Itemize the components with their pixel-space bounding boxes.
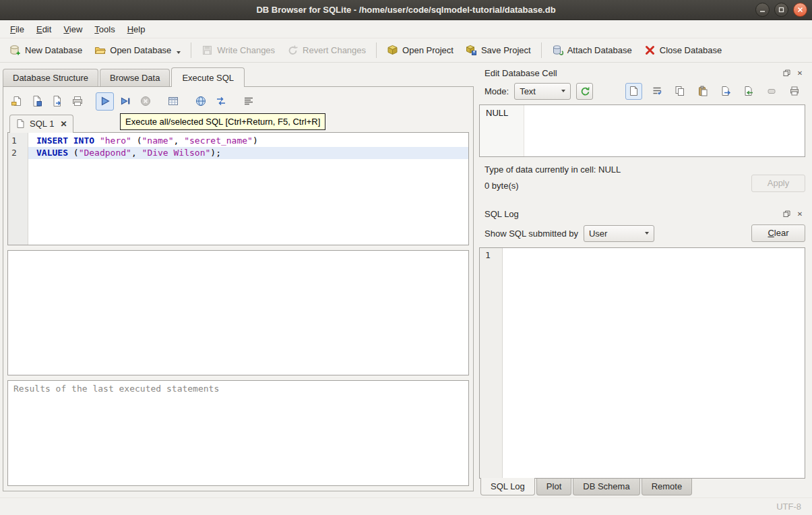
copy-icon <box>675 86 685 96</box>
close-button[interactable] <box>793 3 807 17</box>
code-line-1: INSERT INTO "hero" ("name", "secret_name… <box>28 135 468 147</box>
close-tab-icon[interactable]: ✕ <box>60 119 67 129</box>
line-number: 2 <box>8 147 28 159</box>
mode-label: Mode: <box>485 86 509 96</box>
copy-button[interactable] <box>671 83 688 100</box>
log-filter-row: Show SQL submitted by User Clear <box>479 222 805 244</box>
save-project-icon <box>466 44 477 56</box>
results-message: Results of the last executed statements <box>7 380 469 486</box>
code-line-2-current: VALUES ("Deadpond", "Dive Wilson"); <box>28 147 468 159</box>
chevron-down-icon <box>645 232 649 235</box>
execute-current-line-button[interactable] <box>116 92 134 111</box>
save-sql-file-as-button[interactable] <box>48 92 66 111</box>
align-lines-icon <box>243 95 255 107</box>
toolbar-separator <box>191 42 191 58</box>
dock-tab-plot[interactable]: Plot <box>536 479 571 495</box>
close-database-icon <box>644 44 656 56</box>
cell-toolbar <box>625 83 805 100</box>
swap-arrows-icon <box>215 95 227 107</box>
print-sql-button[interactable] <box>68 92 86 111</box>
cell-editor-area <box>524 105 805 156</box>
dock-tab-remote[interactable]: Remote <box>642 479 693 495</box>
print-icon <box>789 86 800 96</box>
open-project-button[interactable]: Open Project <box>381 40 460 60</box>
set-null-button[interactable] <box>763 83 780 100</box>
save-sql-file-button[interactable] <box>28 92 46 111</box>
right-panel: Edit Database Cell ✕ Mode: Text <box>476 63 812 497</box>
sql-log-view: 1 <box>479 247 805 479</box>
sql-log-header: SQL Log ✕ <box>479 204 805 221</box>
menu-view[interactable]: View <box>57 22 88 37</box>
clear-button[interactable]: Clear <box>751 224 805 242</box>
open-project-icon <box>387 44 398 56</box>
menu-edit[interactable]: Edit <box>30 22 57 37</box>
submitter-select[interactable]: User <box>584 225 654 242</box>
attach-database-button[interactable]: Attach Database <box>546 40 638 60</box>
attach-database-icon <box>552 44 563 56</box>
export-data-button[interactable] <box>717 83 734 100</box>
write-changes-icon <box>201 44 213 56</box>
paste-icon <box>697 86 708 96</box>
new-database-button[interactable]: New Database <box>3 40 88 60</box>
float-panel-icon[interactable] <box>782 210 790 218</box>
mode-value: Text <box>520 86 536 96</box>
minimize-button[interactable] <box>755 3 770 17</box>
browse-button[interactable] <box>191 92 210 111</box>
maximize-button[interactable] <box>774 3 788 17</box>
stop-execution-button[interactable] <box>136 92 154 111</box>
sql-editor[interactable]: 1 2 INSERT INTO "hero" ("name", "secret_… <box>7 132 469 245</box>
new-database-icon <box>9 44 21 56</box>
main-tab-bar: Database Structure Browse Data Execute S… <box>0 63 476 86</box>
float-panel-icon[interactable] <box>782 69 790 78</box>
edit-cell-title: Edit Database Cell <box>485 68 782 78</box>
menu-help[interactable]: Help <box>121 22 152 37</box>
find-replace-button[interactable] <box>212 92 230 111</box>
open-sql-file-button[interactable] <box>7 92 26 111</box>
tab-browse-data[interactable]: Browse Data <box>100 69 170 86</box>
main-toolbar: New Database Open Database Write Changes… <box>0 38 812 63</box>
export-icon <box>720 86 731 96</box>
mode-select[interactable]: Text <box>514 83 571 100</box>
tab-database-structure[interactable]: Database Structure <box>3 69 98 86</box>
format-sql-button[interactable] <box>239 92 257 111</box>
close-database-button[interactable]: Close Database <box>638 40 728 60</box>
revert-changes-icon <box>287 44 299 56</box>
execute-sql-button[interactable] <box>96 92 114 111</box>
encoding-label: UTF-8 <box>776 502 801 512</box>
dock-tab-db-schema[interactable]: DB Schema <box>573 479 639 495</box>
apply-button[interactable]: Apply <box>751 175 805 192</box>
sql-tab-label: SQL 1 <box>30 119 54 129</box>
print-icon <box>71 95 84 107</box>
sql-editor-tab[interactable]: SQL 1 ✕ <box>9 115 73 133</box>
maximize-icon <box>778 7 784 13</box>
menu-file[interactable]: File <box>4 22 30 37</box>
text-mode-button[interactable] <box>625 83 642 100</box>
menu-tools[interactable]: Tools <box>88 22 121 37</box>
open-database-dropdown-icon[interactable] <box>177 51 181 54</box>
log-content <box>503 248 805 478</box>
cell-mode-row: Mode: Text <box>479 80 805 102</box>
close-panel-icon[interactable]: ✕ <box>796 69 804 78</box>
auto-switch-mode-button[interactable] <box>576 83 593 100</box>
close-panel-icon[interactable]: ✕ <box>796 210 804 218</box>
minimize-icon <box>759 7 766 13</box>
write-changes-button[interactable]: Write Changes <box>195 40 281 60</box>
print-cell-button[interactable] <box>786 83 803 100</box>
log-line-number: 1 <box>480 248 503 478</box>
paste-button[interactable] <box>694 83 711 100</box>
import-icon <box>743 86 754 96</box>
cell-editor[interactable]: NULL <box>479 104 805 157</box>
export-results-button[interactable] <box>164 92 182 111</box>
revert-changes-button[interactable]: Revert Changes <box>281 40 372 60</box>
import-data-button[interactable] <box>740 83 757 100</box>
open-database-button[interactable]: Open Database <box>88 40 187 60</box>
close-icon <box>797 7 803 13</box>
code-area: INSERT INTO "hero" ("name", "secret_name… <box>28 133 468 245</box>
word-wrap-button[interactable] <box>648 83 665 100</box>
line-number-gutter: 1 2 <box>8 133 28 245</box>
chevron-down-icon <box>561 90 565 92</box>
stop-icon <box>139 95 152 107</box>
dock-tab-sql-log[interactable]: SQL Log <box>480 478 535 495</box>
tab-execute-sql[interactable]: Execute SQL <box>171 67 245 87</box>
save-project-button[interactable]: Save Project <box>460 40 537 60</box>
